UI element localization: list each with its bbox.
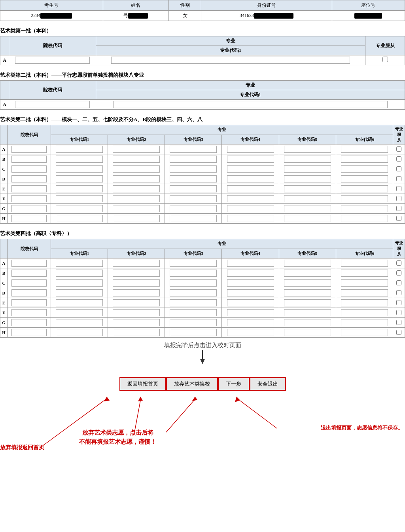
- batch4-fucong-E[interactable]: [393, 298, 405, 308]
- batch2b-dm4-B[interactable]: [222, 154, 279, 164]
- batch4-dm3-input-D[interactable]: [170, 289, 217, 296]
- batch4-yuanxiao-B[interactable]: [8, 268, 51, 278]
- batch4-yuanxiao-input-A[interactable]: [11, 260, 47, 267]
- batch4-dm1-input-G[interactable]: [56, 319, 103, 326]
- batch2b-dm3-input-B[interactable]: [170, 156, 217, 163]
- batch2b-dm1-G[interactable]: [51, 204, 108, 214]
- batch2b-dm6-G[interactable]: [336, 204, 393, 214]
- batch4-dm3-input-F[interactable]: [170, 309, 217, 316]
- batch2b-dm5-input-E[interactable]: [284, 185, 331, 192]
- batch4-dm1-F[interactable]: [51, 308, 108, 318]
- batch2b-dm1-F[interactable]: [51, 194, 108, 204]
- batch4-dm2-D[interactable]: [108, 288, 165, 298]
- batch4-dm1-input-F[interactable]: [56, 309, 103, 316]
- batch4-dm1-input-A[interactable]: [56, 260, 103, 267]
- batch4-dm6-H[interactable]: [336, 328, 393, 338]
- batch2b-dm1-A[interactable]: [51, 144, 108, 154]
- batch4-dm6-E[interactable]: [336, 298, 393, 308]
- batch2b-dm1-input-B[interactable]: [56, 156, 103, 163]
- batch2b-dm4-C[interactable]: [222, 164, 279, 174]
- batch2b-dm1-input-E[interactable]: [56, 185, 103, 192]
- batch2b-yuanxiao-F[interactable]: [8, 194, 51, 204]
- batch4-fucong-F[interactable]: [393, 308, 405, 318]
- batch4-dm4-C[interactable]: [222, 278, 279, 288]
- batch2b-dm3-A[interactable]: [165, 144, 222, 154]
- batch4-yuanxiao-input-B[interactable]: [11, 270, 47, 277]
- batch4-dm5-input-D[interactable]: [284, 289, 331, 296]
- batch4-dm3-A[interactable]: [165, 258, 222, 268]
- batch4-dm1-input-E[interactable]: [56, 299, 103, 306]
- batch2b-dm6-input-H[interactable]: [341, 215, 388, 222]
- batch2b-dm3-input-G[interactable]: [170, 205, 217, 212]
- batch4-fucong-checkbox-A[interactable]: [396, 260, 401, 266]
- batch2b-dm2-input-D[interactable]: [113, 175, 160, 182]
- batch4-dm2-input-E[interactable]: [113, 299, 160, 306]
- batch4-dm4-B[interactable]: [222, 268, 279, 278]
- batch4-dm3-F[interactable]: [165, 308, 222, 318]
- batch2b-fucong-checkbox-F[interactable]: [396, 196, 401, 201]
- batch4-dm3-input-C[interactable]: [170, 279, 217, 287]
- batch2b-yuanxiao-C[interactable]: [8, 164, 51, 174]
- batch2b-fucong-checkbox-H[interactable]: [396, 216, 401, 221]
- batch4-dm5-input-G[interactable]: [284, 319, 331, 326]
- batch2b-fucong-D[interactable]: [393, 174, 405, 184]
- batch2b-dm6-H[interactable]: [336, 214, 393, 224]
- batch2b-dm4-input-E[interactable]: [227, 185, 274, 192]
- batch4-dm4-D[interactable]: [222, 288, 279, 298]
- batch4-dm4-input-C[interactable]: [227, 279, 274, 287]
- batch4-fucong-checkbox-F[interactable]: [396, 310, 401, 315]
- batch4-fucong-checkbox-G[interactable]: [396, 320, 401, 325]
- batch2b-dm4-input-C[interactable]: [227, 165, 274, 173]
- batch2b-dm1-H[interactable]: [51, 214, 108, 224]
- batch4-dm1-G[interactable]: [51, 318, 108, 328]
- batch4-yuanxiao-input-D[interactable]: [11, 289, 47, 296]
- batch4-yuanxiao-D[interactable]: [8, 288, 51, 298]
- batch2b-dm2-input-H[interactable]: [113, 215, 160, 222]
- batch2b-dm6-input-C[interactable]: [341, 165, 388, 173]
- batch2b-dm4-A[interactable]: [222, 144, 279, 154]
- batch2b-dm3-input-A[interactable]: [170, 146, 217, 153]
- batch4-dm6-input-H[interactable]: [341, 329, 388, 336]
- batch2b-fucong-checkbox-E[interactable]: [396, 186, 401, 191]
- batch1-yuanxiao-input-A[interactable]: [15, 57, 90, 64]
- batch4-dm2-A[interactable]: [108, 258, 165, 268]
- batch4-dm1-B[interactable]: [51, 268, 108, 278]
- batch2b-yuanxiao-input-F[interactable]: [11, 195, 47, 202]
- batch1-row-A-yuanxiao[interactable]: [9, 55, 96, 65]
- batch4-yuanxiao-input-F[interactable]: [11, 309, 47, 316]
- batch4-yuanxiao-H[interactable]: [8, 328, 51, 338]
- abandon-art-button[interactable]: 放弃艺术类换校: [166, 377, 218, 391]
- batch2b-dm5-G[interactable]: [279, 204, 336, 214]
- batch4-dm6-F[interactable]: [336, 308, 393, 318]
- batch2b-dm6-input-F[interactable]: [341, 195, 388, 202]
- batch4-dm6-input-D[interactable]: [341, 289, 388, 296]
- batch2b-dm2-F[interactable]: [108, 194, 165, 204]
- batch4-dm5-input-F[interactable]: [284, 309, 331, 316]
- batch4-dm5-G[interactable]: [279, 318, 336, 328]
- batch4-dm3-input-E[interactable]: [170, 299, 217, 306]
- batch4-yuanxiao-E[interactable]: [8, 298, 51, 308]
- batch2b-yuanxiao-D[interactable]: [8, 174, 51, 184]
- batch1-row-A-dm1[interactable]: [96, 55, 365, 65]
- batch4-fucong-checkbox-C[interactable]: [396, 280, 401, 285]
- batch4-dm6-A[interactable]: [336, 258, 393, 268]
- batch2b-fucong-F[interactable]: [393, 194, 405, 204]
- batch2b-dm3-input-D[interactable]: [170, 175, 217, 182]
- batch4-dm3-H[interactable]: [165, 328, 222, 338]
- batch4-yuanxiao-input-E[interactable]: [11, 299, 47, 306]
- batch4-dm2-input-H[interactable]: [113, 329, 160, 336]
- batch4-dm3-G[interactable]: [165, 318, 222, 328]
- batch2b-dm5-input-B[interactable]: [284, 156, 331, 163]
- batch2b-dm1-input-F[interactable]: [56, 195, 103, 202]
- batch4-dm2-H[interactable]: [108, 328, 165, 338]
- batch4-dm5-input-A[interactable]: [284, 260, 331, 267]
- batch2b-dm2-input-E[interactable]: [113, 185, 160, 192]
- batch4-dm4-input-H[interactable]: [227, 329, 274, 336]
- batch4-dm5-H[interactable]: [279, 328, 336, 338]
- batch4-dm5-input-H[interactable]: [284, 329, 331, 336]
- batch2b-yuanxiao-B[interactable]: [8, 154, 51, 164]
- batch4-fucong-H[interactable]: [393, 328, 405, 338]
- batch2b-fucong-checkbox-A[interactable]: [396, 146, 401, 152]
- batch4-dm2-input-G[interactable]: [113, 319, 160, 326]
- batch2b-dm3-input-F[interactable]: [170, 195, 217, 202]
